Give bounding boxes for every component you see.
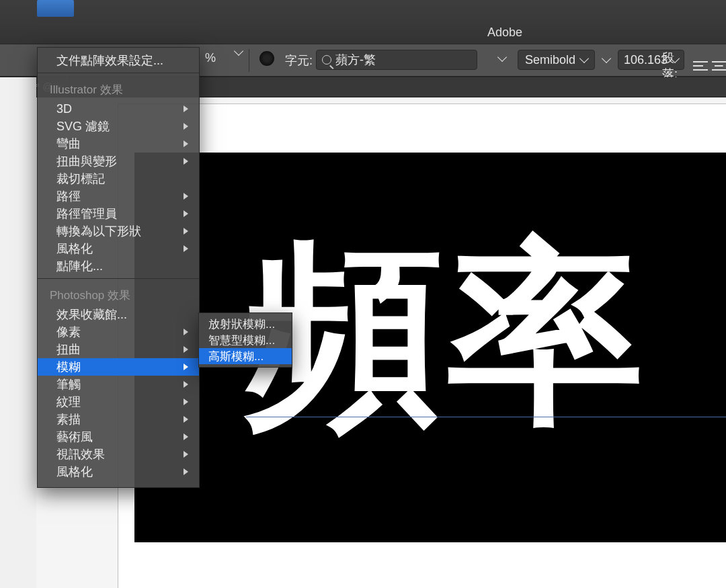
font-weight-value: Semibold bbox=[525, 53, 575, 67]
menu-item-label: 文件點陣效果設定... bbox=[56, 52, 163, 69]
font-family-input[interactable]: 蘋方-繁 bbox=[316, 50, 477, 70]
menu-item-convert-to-shape[interactable]: 轉換為以下形狀 bbox=[38, 222, 199, 240]
menu-item-blur[interactable]: 模糊 bbox=[38, 358, 199, 376]
submenu-arrow-icon bbox=[184, 468, 188, 475]
search-icon bbox=[322, 55, 331, 65]
title-bar: Adobe bbox=[0, 0, 726, 44]
menu-section-photoshop: Photoshop 效果 bbox=[38, 282, 199, 306]
align-left-icon[interactable] bbox=[693, 60, 707, 72]
menu-section-illustrator: Illustrator 效果 bbox=[38, 77, 199, 100]
submenu-arrow-icon bbox=[184, 158, 188, 165]
menu-item-artistic[interactable]: 藝術風 bbox=[38, 428, 199, 446]
submenu-arrow-icon bbox=[184, 381, 188, 388]
font-weight-dropdown[interactable]: Semibold bbox=[518, 50, 595, 70]
submenu-arrow-icon bbox=[184, 416, 188, 423]
chevron-down-icon[interactable] bbox=[602, 54, 611, 63]
font-size-value: 106.163 bbox=[624, 53, 668, 67]
menu-item-label: 像素 bbox=[56, 324, 81, 340]
submenu-arrow-icon bbox=[184, 346, 188, 353]
menu-item-label: 路徑管理員 bbox=[56, 206, 117, 222]
submenu-arrow-icon bbox=[184, 245, 188, 252]
menu-item-label: 模糊 bbox=[56, 359, 81, 375]
menu-item-label: 扭曲與變形 bbox=[56, 153, 117, 169]
menu-item-label: 風格化 bbox=[56, 241, 93, 257]
submenu-arrow-icon bbox=[184, 433, 188, 440]
effects-menu: 文件點陣效果設定... Illustrator 效果 3D SVG 濾鏡 彎曲 … bbox=[37, 47, 200, 488]
submenu-arrow-icon bbox=[184, 451, 188, 458]
submenu-arrow-icon bbox=[184, 329, 188, 335]
character-label: 字元: bbox=[285, 52, 313, 69]
submenu-item-label: 高斯模糊... bbox=[208, 349, 264, 364]
submenu-arrow-icon bbox=[184, 106, 188, 112]
menu-item-warp[interactable]: 彎曲 bbox=[38, 135, 199, 153]
submenu-item-gaussian-blur[interactable]: 高斯模糊... bbox=[199, 348, 292, 364]
submenu-item-radial-blur[interactable]: 放射狀模糊... bbox=[199, 316, 292, 332]
text-object[interactable]: 頻率 bbox=[246, 235, 649, 431]
menu-item-texture[interactable]: 紋理 bbox=[38, 393, 199, 411]
align-center-icon[interactable] bbox=[712, 60, 726, 72]
document-thumb-icon bbox=[37, 0, 74, 17]
submenu-item-label: 放射狀模糊... bbox=[208, 317, 275, 332]
menu-item-label: 扭曲 bbox=[56, 341, 81, 358]
menu-item-video[interactable]: 視訊效果 bbox=[38, 446, 199, 463]
text-baseline-indicator bbox=[246, 417, 726, 417]
submenu-arrow-icon bbox=[184, 364, 188, 370]
menu-item-label: SVG 濾鏡 bbox=[56, 118, 110, 134]
menu-item-sketch[interactable]: 素描 bbox=[38, 411, 199, 428]
menu-item-label: 筆觸 bbox=[56, 376, 81, 392]
menu-item-distort-transform[interactable]: 扭曲與變形 bbox=[38, 153, 199, 170]
menu-item-brush-strokes[interactable]: 筆觸 bbox=[38, 376, 199, 393]
menu-item-raster-settings[interactable]: 文件點陣效果設定... bbox=[38, 52, 199, 69]
menu-item-label: 彎曲 bbox=[56, 136, 81, 152]
zoom-percent-label: % bbox=[205, 51, 216, 65]
menu-item-pathfinder[interactable]: 路徑管理員 bbox=[38, 205, 199, 222]
font-family-value: 蘋方-繁 bbox=[335, 52, 376, 68]
menu-item-rasterize[interactable]: 點陣化... bbox=[38, 257, 199, 275]
menu-item-pixelate[interactable]: 像素 bbox=[38, 323, 199, 341]
menu-item-effect-gallery[interactable]: 效果收藏館... bbox=[38, 306, 199, 323]
menu-item-path[interactable]: 路徑 bbox=[38, 187, 199, 205]
submenu-arrow-icon bbox=[184, 140, 188, 147]
menu-item-distort[interactable]: 扭曲 bbox=[38, 341, 199, 358]
menu-item-crop-marks[interactable]: 裁切標記 bbox=[38, 170, 199, 187]
left-gutter bbox=[0, 77, 36, 588]
menu-item-label: 素描 bbox=[56, 411, 81, 427]
submenu-arrow-icon bbox=[184, 210, 188, 217]
submenu-arrow-icon bbox=[184, 228, 188, 235]
menu-item-label: 路徑 bbox=[56, 188, 81, 204]
menu-item-label: 視訊效果 bbox=[56, 446, 105, 462]
blur-submenu: 放射狀模糊... 智慧型模糊... 高斯模糊... bbox=[198, 312, 292, 368]
menu-item-label: 風格化 bbox=[56, 464, 93, 480]
menu-item-stylize-ai[interactable]: 風格化 bbox=[38, 240, 199, 257]
menu-item-label: 點陣化... bbox=[56, 258, 103, 274]
menu-item-svg-filters[interactable]: SVG 濾鏡 bbox=[38, 118, 199, 135]
submenu-arrow-icon bbox=[184, 193, 188, 200]
menu-item-stylize-ps[interactable]: 風格化 bbox=[38, 463, 199, 480]
menu-item-label: 藝術風 bbox=[56, 429, 93, 445]
menu-item-label: 轉換為以下形狀 bbox=[56, 223, 141, 239]
app-name-label: Adobe bbox=[487, 26, 522, 40]
menu-item-label: 效果收藏館... bbox=[56, 306, 127, 323]
fill-color-swatch[interactable] bbox=[259, 51, 274, 66]
menu-item-label: 3D bbox=[56, 102, 72, 116]
app-root: Adobe % 字元: 蘋方-繁 Semibold bbox=[0, 0, 726, 588]
menu-item-3d[interactable]: 3D bbox=[38, 100, 199, 118]
submenu-item-label: 智慧型模糊... bbox=[208, 333, 275, 348]
chevron-down-icon[interactable] bbox=[497, 52, 507, 62]
menu-item-label: 裁切標記 bbox=[56, 171, 105, 187]
chevron-down-icon[interactable] bbox=[234, 46, 243, 56]
submenu-arrow-icon bbox=[184, 398, 188, 405]
menu-item-label: 紋理 bbox=[56, 394, 81, 410]
submenu-item-smart-blur[interactable]: 智慧型模糊... bbox=[199, 332, 292, 348]
submenu-arrow-icon bbox=[184, 123, 188, 130]
chevron-down-icon bbox=[579, 54, 589, 63]
